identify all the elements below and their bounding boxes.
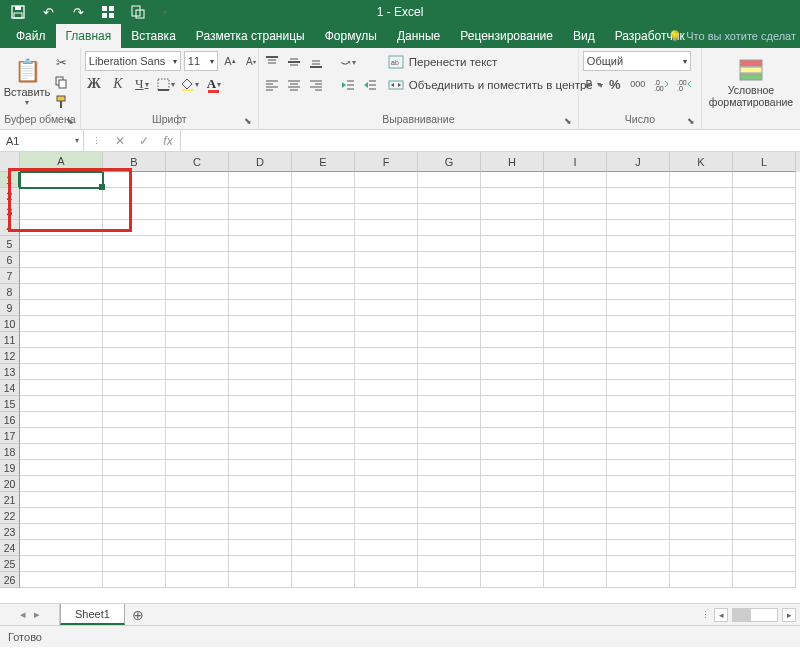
cell[interactable]: [607, 508, 670, 524]
cell[interactable]: [20, 188, 103, 204]
number-launcher-icon[interactable]: ⬊: [687, 116, 699, 128]
cell[interactable]: [481, 316, 544, 332]
row-header[interactable]: 2: [0, 188, 20, 204]
cell[interactable]: [355, 396, 418, 412]
cell[interactable]: [355, 204, 418, 220]
font-color-icon[interactable]: A: [205, 75, 223, 93]
cell[interactable]: [418, 332, 481, 348]
cell[interactable]: [481, 556, 544, 572]
cell[interactable]: [670, 412, 733, 428]
cell[interactable]: [544, 380, 607, 396]
percent-icon[interactable]: %: [606, 75, 624, 93]
cell[interactable]: [103, 444, 166, 460]
column-header[interactable]: I: [544, 152, 607, 172]
name-box[interactable]: A1: [0, 130, 84, 151]
cell[interactable]: [607, 476, 670, 492]
cell[interactable]: [418, 188, 481, 204]
cell[interactable]: [418, 492, 481, 508]
cell[interactable]: [166, 396, 229, 412]
cell[interactable]: [103, 492, 166, 508]
cell[interactable]: [355, 380, 418, 396]
tab-page-layout[interactable]: Разметка страницы: [186, 24, 315, 48]
cut-icon[interactable]: ✂: [52, 53, 70, 71]
cell[interactable]: [20, 204, 103, 220]
merge-center-button[interactable]: Объединить и поместить в центре ▾: [387, 75, 603, 95]
align-center-icon[interactable]: [285, 76, 303, 94]
cell[interactable]: [670, 204, 733, 220]
cell[interactable]: [733, 380, 796, 396]
cell[interactable]: [103, 268, 166, 284]
cell[interactable]: [103, 172, 166, 188]
cell[interactable]: [418, 252, 481, 268]
cell[interactable]: [20, 316, 103, 332]
cell[interactable]: [20, 332, 103, 348]
cell[interactable]: [20, 508, 103, 524]
cell[interactable]: [670, 380, 733, 396]
cell[interactable]: [20, 492, 103, 508]
align-bottom-icon[interactable]: [307, 53, 325, 71]
cell[interactable]: [229, 412, 292, 428]
font-name-select[interactable]: Liberation Sans▾: [85, 51, 181, 71]
cell[interactable]: [481, 412, 544, 428]
cell[interactable]: [607, 300, 670, 316]
cell[interactable]: [670, 428, 733, 444]
cell[interactable]: [670, 188, 733, 204]
cell[interactable]: [544, 556, 607, 572]
align-right-icon[interactable]: [307, 76, 325, 94]
cell[interactable]: [20, 412, 103, 428]
cell[interactable]: [481, 268, 544, 284]
cell[interactable]: [103, 348, 166, 364]
tell-me[interactable]: 💡 Что вы хотите сделат: [668, 24, 796, 48]
cell[interactable]: [670, 508, 733, 524]
cell[interactable]: [733, 476, 796, 492]
column-header[interactable]: F: [355, 152, 418, 172]
cell[interactable]: [418, 284, 481, 300]
cell[interactable]: [20, 540, 103, 556]
qat-customize-icon[interactable]: [160, 4, 168, 20]
cell[interactable]: [607, 348, 670, 364]
cell[interactable]: [229, 220, 292, 236]
cell[interactable]: [544, 316, 607, 332]
cell[interactable]: [481, 572, 544, 588]
cell[interactable]: [20, 252, 103, 268]
cell[interactable]: [607, 236, 670, 252]
cell[interactable]: [418, 396, 481, 412]
cell[interactable]: [733, 252, 796, 268]
cell[interactable]: [544, 524, 607, 540]
cell[interactable]: [292, 572, 355, 588]
cell[interactable]: [103, 236, 166, 252]
cell[interactable]: [166, 300, 229, 316]
cell[interactable]: [166, 220, 229, 236]
row-header[interactable]: 14: [0, 380, 20, 396]
cell[interactable]: [103, 572, 166, 588]
row-header[interactable]: 3: [0, 204, 20, 220]
cell[interactable]: [229, 268, 292, 284]
cell[interactable]: [292, 364, 355, 380]
cell[interactable]: [103, 476, 166, 492]
cell[interactable]: [355, 316, 418, 332]
cell[interactable]: [607, 428, 670, 444]
cell[interactable]: [733, 172, 796, 188]
cell[interactable]: [733, 220, 796, 236]
cell[interactable]: [607, 540, 670, 556]
cell[interactable]: [355, 364, 418, 380]
add-sheet-button[interactable]: ⊕: [125, 607, 151, 623]
row-header[interactable]: 7: [0, 268, 20, 284]
qat-icon-2[interactable]: [130, 4, 146, 20]
cell[interactable]: [481, 396, 544, 412]
cell[interactable]: [20, 268, 103, 284]
cell[interactable]: [20, 236, 103, 252]
cell[interactable]: [103, 204, 166, 220]
cell[interactable]: [103, 460, 166, 476]
cell[interactable]: [355, 188, 418, 204]
font-launcher-icon[interactable]: ⬊: [244, 116, 256, 128]
cell[interactable]: [292, 556, 355, 572]
cell[interactable]: [607, 412, 670, 428]
cell[interactable]: [229, 236, 292, 252]
cell[interactable]: [229, 172, 292, 188]
wrap-text-button[interactable]: ab Перенести текст: [387, 52, 603, 72]
cell[interactable]: [670, 220, 733, 236]
column-header[interactable]: C: [166, 152, 229, 172]
tab-file[interactable]: Файл: [6, 24, 56, 48]
cell[interactable]: [607, 380, 670, 396]
